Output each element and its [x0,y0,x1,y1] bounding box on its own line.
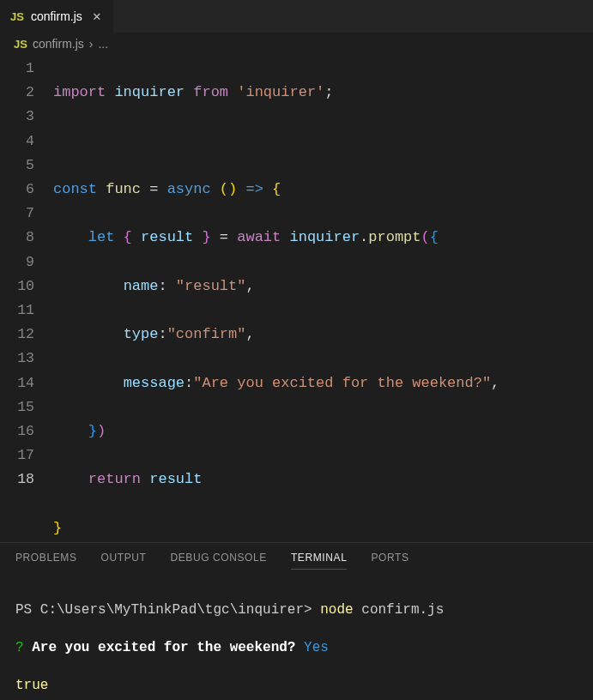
terminal[interactable]: PS C:\Users\MyThinkPad\tgc\inquirer> nod… [0,576,593,700]
breadcrumb-more: ... [98,37,108,51]
panel-tabs: PROBLEMS OUTPUT DEBUG CONSOLE TERMINAL P… [0,543,593,576]
js-icon: JS [10,10,24,23]
tab-debug-console[interactable]: DEBUG CONSOLE [170,552,267,570]
tab-output[interactable]: OUTPUT [101,552,147,570]
js-icon: JS [14,38,27,51]
breadcrumb-file: confirm.js [33,37,84,51]
tab-ports[interactable]: PORTS [371,552,408,570]
tab-label: confirm.js [31,9,82,23]
chevron-right-icon: › [89,37,94,51]
bottom-panel: PROBLEMS OUTPUT DEBUG CONSOLE TERMINAL P… [0,542,593,700]
tab-problems[interactable]: PROBLEMS [15,552,77,570]
tab-confirm-js[interactable]: JS confirm.js ✕ [0,0,114,33]
tab-bar: JS confirm.js ✕ [0,0,593,33]
tab-terminal[interactable]: TERMINAL [291,552,347,570]
breadcrumb[interactable]: JS confirm.js › ... [0,33,593,55]
close-icon[interactable]: ✕ [89,9,105,24]
